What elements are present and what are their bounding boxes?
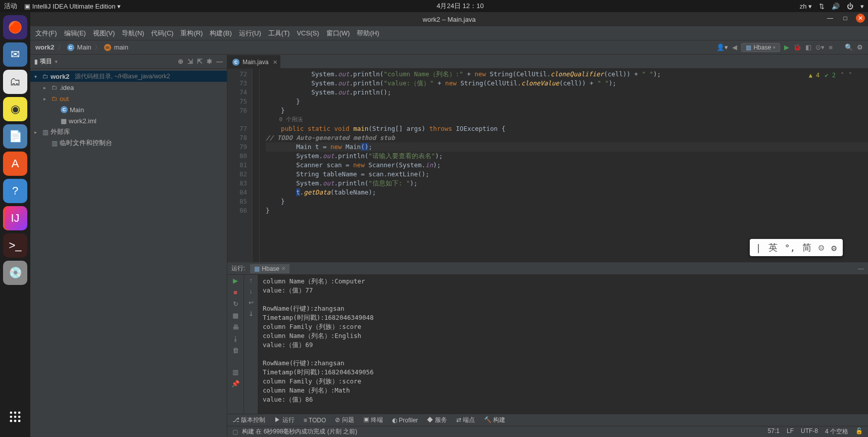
menu-run[interactable]: 运行(U) <box>239 29 261 38</box>
ime-panel[interactable]: | 英 °, 简 ☺ ⚙ <box>750 239 843 256</box>
layout-settings-icon[interactable]: ▥ <box>232 368 238 376</box>
tree-idea[interactable]: ▸🗀.idea <box>30 82 227 93</box>
menu-file[interactable]: 文件(F) <box>35 29 57 38</box>
menu-help[interactable]: 帮助(H) <box>357 29 379 38</box>
print-icon[interactable]: 🖶 <box>232 323 239 331</box>
tree-root[interactable]: ▾🗀 work2 源代码根目录, ~/HBase_java/work2 <box>30 71 227 82</box>
tw-services[interactable]: ◆ 服务 <box>427 416 447 424</box>
tree-out[interactable]: ▸🗀out <box>30 93 227 104</box>
dock-libreoffice[interactable]: 📄 <box>3 124 27 149</box>
down-icon[interactable]: ↓ <box>250 288 253 295</box>
window-maximize-button[interactable]: □ <box>841 14 850 23</box>
menu-build[interactable]: 构建(B) <box>210 29 231 38</box>
input-method-indicator[interactable]: zh ▾ <box>800 3 812 10</box>
ime-punct-icon[interactable]: °, <box>785 242 796 253</box>
debug-button[interactable]: 🐞 <box>793 43 801 51</box>
dock-files[interactable]: 🗂 <box>3 70 27 94</box>
dock-terminal[interactable]: >_ <box>3 233 27 258</box>
tw-endpoints[interactable]: ⇄ 端点 <box>456 416 475 424</box>
inspection-widget[interactable]: ▲ 4 ✔ 2 ˄ ˅ <box>809 72 852 79</box>
app-menu-button[interactable]: ▣ IntelliJ IDEA Ultimate Edition ▾ <box>24 3 121 10</box>
collapse-all-icon[interactable]: ⇱ <box>197 58 203 65</box>
chevron-down-icon[interactable]: ˅ <box>849 72 852 79</box>
indent[interactable]: 4 个空格 <box>825 427 848 436</box>
breadcrumb-file[interactable]: Main <box>77 43 91 51</box>
stop-button[interactable]: ■ <box>233 288 237 296</box>
project-tree[interactable]: ▾🗀 work2 源代码根目录, ~/HBase_java/work2 ▸🗀.i… <box>30 69 227 437</box>
tw-todo[interactable]: ≡ TODO <box>304 417 326 424</box>
dock-intellij[interactable]: IJ <box>3 206 27 230</box>
tw-build[interactable]: 🔨 构建 <box>484 416 505 424</box>
tree-main-class[interactable]: CMain <box>30 104 227 115</box>
run-config-selector[interactable]: ▦ Hbase ▾ <box>741 43 780 52</box>
tw-run[interactable]: ▶ 运行 <box>274 416 294 424</box>
ime-lang-cn[interactable]: 简 <box>802 241 811 254</box>
editor-tab-main[interactable]: C Main.java ✕ <box>227 55 280 68</box>
tw-problems[interactable]: ⊘ 问题 <box>335 416 354 424</box>
ime-emoji-icon[interactable]: ☺ <box>818 242 824 253</box>
close-tab-icon[interactable]: ✕ <box>281 266 285 271</box>
stop-button[interactable]: ■ <box>829 43 833 51</box>
layout-icon[interactable]: ▦ <box>232 312 238 319</box>
fold-gutter[interactable] <box>253 69 260 262</box>
tree-scratches[interactable]: ▥临时文件和控制台 <box>30 137 227 149</box>
ime-lang-en[interactable]: 英 <box>768 241 778 254</box>
breadcrumb-method[interactable]: main <box>114 43 128 51</box>
hide-icon[interactable]: — <box>216 58 223 65</box>
tw-vcs[interactable]: ⎇ 版本控制 <box>232 416 265 424</box>
menu-window[interactable]: 窗口(W) <box>326 29 350 38</box>
menu-vcs[interactable]: VCS(S) <box>297 29 319 37</box>
dock-show-apps[interactable] <box>3 405 27 429</box>
menu-view[interactable]: 视图(V) <box>93 29 115 38</box>
hide-icon[interactable]: — <box>858 265 864 272</box>
menu-refactor[interactable]: 重构(R) <box>180 29 203 38</box>
window-minimize-button[interactable]: — <box>826 14 835 23</box>
profile-button[interactable]: ⊙▾ <box>815 43 825 51</box>
menu-tools[interactable]: 工具(T) <box>268 29 290 38</box>
code-editor[interactable]: 727374757677787980818283848586 System.ou… <box>227 69 868 262</box>
status-hide-icon[interactable]: ▢ <box>232 428 238 435</box>
power-icon[interactable]: ⏻ <box>847 3 853 10</box>
clock[interactable]: 4月24日 12：10 <box>437 2 484 10</box>
expand-all-icon[interactable]: ⇲ <box>187 58 193 65</box>
dock-software[interactable]: A <box>3 152 27 176</box>
menu-navigate[interactable]: 导航(N) <box>122 29 144 38</box>
window-close-button[interactable]: ✕ <box>856 14 865 23</box>
close-tab-icon[interactable]: ✕ <box>273 59 277 66</box>
run-tab[interactable]: ▦ Hbase ✕ <box>250 264 290 273</box>
pin-icon[interactable]: 📌 <box>231 380 239 387</box>
coverage-button[interactable]: ◧ <box>805 43 811 51</box>
tree-ext-libs[interactable]: ▸▥外部库 <box>30 126 227 137</box>
dock-help[interactable]: ? <box>3 179 27 203</box>
softwrap-icon[interactable]: ↩ <box>249 299 254 306</box>
dock-rhythmbox[interactable]: ◉ <box>3 97 27 121</box>
search-icon[interactable]: 🔍 <box>845 43 853 51</box>
trash-icon[interactable]: 🗑 <box>232 347 239 354</box>
breadcrumb-project[interactable]: work2 <box>35 43 55 51</box>
scroll-end-icon[interactable]: ⤓ <box>249 310 254 317</box>
activities-button[interactable]: 活动 <box>4 2 17 11</box>
dock-thunderbird[interactable]: ✉ <box>3 42 27 67</box>
dock-disc[interactable]: 💿 <box>3 261 27 285</box>
export-icon[interactable]: ⭳ <box>232 335 239 343</box>
ime-settings-icon[interactable]: ⚙ <box>831 242 837 253</box>
rerun-button[interactable]: ▶ <box>233 277 238 284</box>
add-user-icon[interactable]: 👤▾ <box>716 43 728 51</box>
tree-iml[interactable]: ▦work2.iml <box>30 115 227 126</box>
network-icon[interactable]: ⇅ <box>819 3 825 10</box>
code-area[interactable]: System.out.println("column Name（列名）:" + … <box>260 69 868 262</box>
menu-code[interactable]: 代码(C) <box>151 29 173 38</box>
project-view-selector[interactable]: ▮ 项目 <box>34 57 58 66</box>
tw-profiler[interactable]: ◐ Profiler <box>392 417 418 424</box>
console-output[interactable]: column Name（列名）:Computer value:（值）77 Row… <box>258 275 868 414</box>
readonly-lock-icon[interactable]: 🔓 <box>855 427 863 436</box>
volume-icon[interactable]: 🔊 <box>832 3 840 10</box>
select-opened-file-icon[interactable]: ⊕ <box>178 58 183 65</box>
nav-back-icon[interactable]: ◀ <box>732 43 737 51</box>
up-icon[interactable]: ↑ <box>250 277 253 284</box>
gear-icon[interactable]: ⚙ <box>857 43 863 51</box>
restart-icon[interactable]: ↻ <box>233 300 238 308</box>
line-separator[interactable]: LF <box>787 427 794 436</box>
menu-edit[interactable]: 编辑(E) <box>64 29 86 38</box>
caret-position[interactable]: 57:1 <box>768 427 780 436</box>
